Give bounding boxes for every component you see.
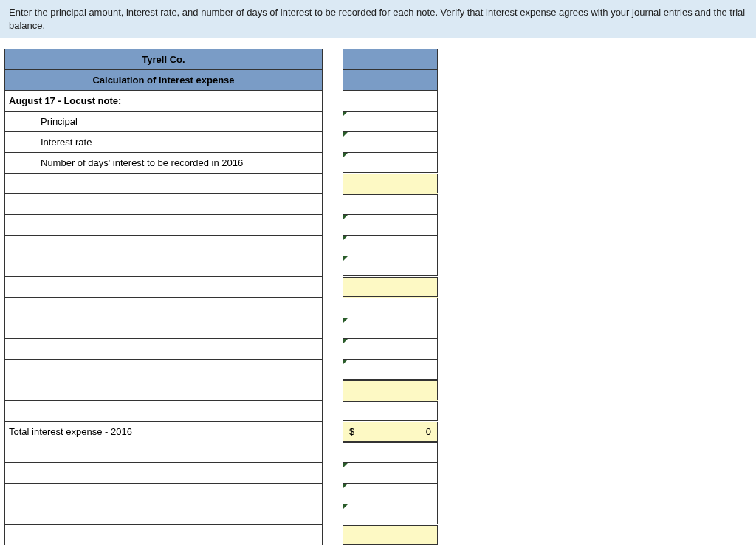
empty-label — [5, 442, 323, 463]
subtotal-cell-1 — [343, 174, 438, 194]
blank-val — [343, 442, 438, 463]
empty-label — [5, 525, 323, 545]
total-value: 0 — [426, 426, 431, 437]
empty-label — [5, 215, 323, 236]
input-cell[interactable] — [343, 339, 438, 360]
empty-label — [5, 174, 323, 194]
input-cell[interactable] — [343, 318, 438, 339]
blank-val — [343, 401, 438, 422]
empty-label — [5, 380, 323, 401]
days-label: Number of days' interest to be recorded … — [5, 153, 323, 174]
section-header-val — [343, 91, 438, 112]
blank-val — [343, 194, 438, 215]
rate-input[interactable] — [343, 132, 438, 153]
calc-title-right — [343, 70, 438, 91]
interest-table: Tyrell Co. Calculation of interest expen… — [4, 49, 438, 545]
calc-title: Calculation of interest expense — [5, 70, 323, 91]
input-marker-icon — [343, 153, 348, 157]
principal-input[interactable] — [343, 112, 438, 132]
total-label: Total interest expense - 2016 — [5, 422, 323, 442]
empty-label — [5, 236, 323, 256]
rate-label: Interest rate — [5, 132, 323, 153]
empty-label — [5, 339, 323, 360]
section-header: August 17 - Locust note: — [5, 91, 323, 112]
empty-label — [5, 504, 323, 525]
empty-label — [5, 484, 323, 504]
empty-label — [5, 360, 323, 380]
instructions-text: Enter the principal amount, interest rat… — [9, 7, 745, 31]
input-marker-icon — [343, 112, 348, 116]
input-marker-icon — [343, 256, 348, 261]
input-cell[interactable] — [343, 256, 438, 277]
blank-val — [343, 298, 438, 318]
principal-label: Principal — [5, 112, 323, 132]
input-cell[interactable] — [343, 215, 438, 236]
input-cell[interactable] — [343, 504, 438, 525]
empty-label — [5, 194, 323, 215]
input-marker-icon — [343, 318, 348, 323]
input-cell[interactable] — [343, 360, 438, 380]
empty-label — [5, 256, 323, 277]
input-marker-icon — [343, 132, 348, 137]
empty-label — [5, 318, 323, 339]
input-marker-icon — [343, 236, 348, 240]
currency-symbol: $ — [349, 426, 354, 437]
company-header: Tyrell Co. — [5, 49, 323, 70]
input-cell[interactable] — [343, 463, 438, 484]
subtotal-cell-3 — [343, 380, 438, 401]
days-input[interactable] — [343, 153, 438, 174]
input-marker-icon — [343, 484, 348, 488]
empty-label — [5, 298, 323, 318]
input-marker-icon — [343, 339, 348, 343]
input-marker-icon — [343, 463, 348, 467]
total-value-cell: $ 0 — [343, 422, 438, 442]
empty-label — [5, 463, 323, 484]
subtotal-cell-2 — [343, 277, 438, 298]
empty-label — [5, 277, 323, 298]
subtotal-cell-4 — [343, 525, 438, 545]
empty-label — [5, 401, 323, 422]
worksheet: Tyrell Co. Calculation of interest expen… — [0, 49, 756, 545]
input-marker-icon — [343, 360, 348, 364]
input-cell[interactable] — [343, 236, 438, 256]
input-cell[interactable] — [343, 484, 438, 504]
company-header-right — [343, 49, 438, 70]
input-marker-icon — [343, 504, 348, 509]
input-marker-icon — [343, 215, 348, 219]
instructions-panel: Enter the principal amount, interest rat… — [0, 0, 756, 38]
